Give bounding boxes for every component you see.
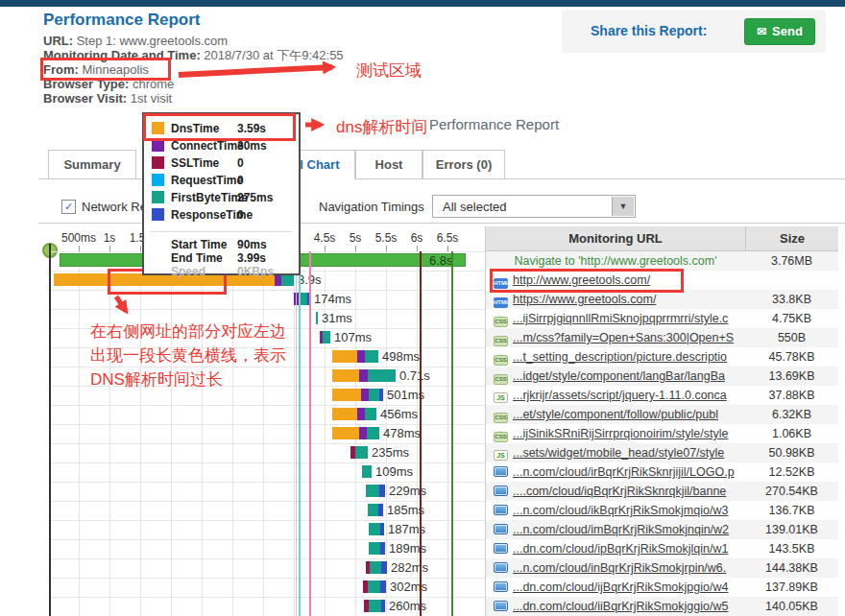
img-file-icon [494, 486, 508, 496]
dns-time-bar [332, 427, 359, 439]
response-time-bar [381, 600, 385, 612]
size-cell: 136.7KB [745, 501, 838, 520]
monitoring-url-link[interactable]: ...et/style/component/follow/public/publ [513, 408, 718, 421]
img-file-icon [494, 466, 508, 477]
url-cell: ...dn.com/cloud/iiBqrKrjRikSmokjggio/w5 [486, 597, 745, 616]
table-row: Navigate to 'http://www.greetools.com'3.… [486, 251, 838, 271]
size-cell: 143.5KB [745, 539, 838, 558]
connect-time-bar [359, 427, 367, 439]
monitoring-url-link[interactable]: ...t_setting_description/picture.descrip… [513, 350, 727, 364]
size-cell: 12.52KB [745, 462, 838, 482]
firstbyte-time-bar [367, 427, 379, 439]
monitoring-url-link[interactable]: ...sets/widget/mobile_head/style07/style [513, 446, 724, 460]
monitoring-url-link[interactable]: ...idget/style/component/langBar/langBa [513, 369, 725, 383]
tooltip-metric-name: SSLTime [171, 156, 219, 170]
url-cell: CSS...t_setting_description/picture.desc… [486, 347, 745, 367]
size-cell: 144.38KB [745, 558, 838, 578]
size-cell: 4.75KB [745, 309, 838, 328]
report-info-line: URL: Step 1: www.greetools.com [43, 34, 344, 48]
grid-line-vertical [109, 251, 110, 616]
table-header: Monitoring URL Size [486, 226, 838, 251]
annotation-explanation-line: 在右侧网址的部分对应左边 [90, 320, 286, 344]
request-time-label: 282ms [391, 558, 428, 578]
firstbyte-time-bar [365, 408, 376, 420]
size-cell: 13.69KB [745, 367, 838, 386]
monitoring-url-link[interactable]: ...rjkrijr/assets/script/jquery-1.11.0.c… [513, 389, 727, 402]
select-value: All selected [443, 200, 506, 214]
tooltip-timing-row: SSLTime0 [144, 154, 299, 172]
table-row: CSS...et/style/component/follow/public/p… [486, 405, 838, 424]
firstbyte-time-bar [368, 504, 378, 516]
connect-time-bar [357, 350, 365, 363]
tooltip-metric-value: 0KBps [237, 265, 274, 278]
monitoring-url-link[interactable]: ...dn.com/cloud/ipBqrKrjRikSmokjlqin/w1 [513, 542, 728, 556]
js-file-icon: JS [494, 392, 508, 403]
monitoring-url-link[interactable]: ...n.com/cloud/irBqrKrjRikSknrjijil/LOGO… [513, 465, 735, 479]
annotation-explanation-line: DNS解析时间过长 [90, 367, 286, 391]
firstbyte-time-bar [368, 369, 396, 382]
share-report-label: Share this Report: [591, 23, 707, 38]
table-row: JS...sets/widget/mobile_head/style07/sty… [486, 443, 838, 462]
grid-line-vertical [263, 251, 264, 616]
network-requests-checkbox[interactable]: ✓ [61, 200, 76, 214]
request-time-label: 302ms [390, 578, 427, 597]
grid-line-vertical [171, 251, 172, 616]
table-row: JS...rjkrijr/assets/script/jquery-1.11.0… [486, 386, 838, 405]
table-row: ...dn.com/cloud/ipBqrKrjRikSmokjlqin/w11… [486, 539, 838, 558]
timing-marker-pink [309, 251, 311, 616]
url-cell: ...n.com/cloud/imBqrKrjRikSmokjnqin/w2 [486, 520, 745, 539]
connect-time-bar [361, 389, 369, 401]
tab-summary[interactable]: Summary [48, 150, 136, 179]
size-cell [745, 271, 838, 290]
info-label: URL: [43, 34, 73, 48]
tooltip-metric-value: 0 [237, 156, 244, 170]
url-cell: ...n.com/cloud/inBqrKrjRikSmokjrpin/w6. [486, 558, 745, 578]
navigation-timings-select[interactable]: All selected ▼ [432, 195, 636, 218]
size-cell: 45.78KB [745, 347, 838, 367]
url-cell: ...dn.com/cloud/ipBqrKrjRikSmokjlqin/w1 [486, 539, 745, 558]
monitoring-url-link[interactable]: ....com/cloud/iqBqrKrjRikSknrqkjil/banne [513, 485, 726, 498]
table-row: CSS...m/css?family=Open+Sans:300|Open+S5… [486, 328, 838, 347]
dns-time-bar [332, 389, 361, 401]
table-row: CSS...ijSirrpjgiqnnllRmiSknojpqprrmrri/s… [486, 309, 838, 328]
monitoring-url-link[interactable]: ...n.com/cloud/ikBqrKrjRikSmokjmqio/w3 [513, 504, 728, 517]
tooltip-metric-name: Speed [171, 265, 205, 278]
report-info-line: Browser Visit: 1st visit [43, 91, 344, 106]
chevron-down-icon[interactable]: ▼ [612, 197, 634, 216]
annotation-box-dnstime [143, 113, 296, 141]
monitoring-url-link[interactable]: ...n.com/cloud/inBqrKrjRikSmokjrpin/w6. [513, 561, 726, 575]
size-cell: 137.89KB [745, 578, 838, 597]
firstbyte-time-bar [366, 485, 379, 497]
send-button[interactable]: ✉Send [744, 18, 815, 45]
monitoring-url-link[interactable]: ...m/css?family=Open+Sans:300|Open+S [513, 331, 734, 344]
annotation-test-region: 测试区域 [356, 59, 422, 82]
tooltip-timing-row: RequestTime0 [144, 172, 299, 189]
monitoring-url-link[interactable]: ...dn.com/cloud/iiBqrKrjRikSmokjggio/w5 [513, 600, 728, 613]
firstbyte-time-bar [323, 331, 330, 344]
column-header-size: Size [745, 226, 838, 251]
size-cell: 550B [745, 328, 838, 347]
firstbyte-time-bar [369, 600, 381, 612]
response-time-bar [381, 561, 387, 574]
info-value: 2018/7/30 at 下午9:42:55 [201, 48, 344, 62]
tab-errors-0[interactable]: Errors (0) [422, 150, 505, 179]
html-file-icon: HTML [494, 297, 508, 308]
monitoring-url-link[interactable]: ...n.com/cloud/imBqrKrjRikSmokjnqin/w2 [513, 523, 729, 536]
url-cell: ....com/cloud/iqBqrKrjRikSknrqkjil/banne [486, 482, 745, 501]
monitoring-url-link[interactable]: ...dn.com/cloud/ijBqrKrjRikSmokjpgio/w4 [513, 580, 728, 594]
dns-time-bar [332, 369, 359, 382]
waterfall-chart: 500ms1s1.5s2s2.5s3s3.5s4s4.5s5s5.5s6s6.5… [38, 226, 485, 616]
table-row: ...dn.com/cloud/iiBqrKrjRikSmokjggio/w51… [486, 597, 838, 616]
table-row: ...n.com/cloud/ikBqrKrjRikSmokjmqio/w313… [486, 501, 838, 520]
monitoring-url-link[interactable]: ...ijSinikSRniRijSirrprqionoirim/style/s… [513, 427, 728, 440]
firstbyte-time-bar [355, 446, 368, 459]
css-file-icon: CSS [494, 317, 508, 327]
size-cell: 37.88KB [745, 386, 838, 405]
tab-host[interactable]: Host [355, 150, 422, 179]
axis-tick-label: 6.5s [426, 231, 469, 245]
annotation-explanation: 在右侧网址的部分对应左边出现一段长黄色横线，表示DNS解析时间过长 [90, 320, 286, 391]
url-cell: CSS...m/css?family=Open+Sans:300|Open+S [486, 328, 745, 347]
monitoring-url-link[interactable]: https://www.greetools.com/ [513, 293, 656, 306]
monitoring-url-link[interactable]: ...ijSirrpjgiqnnllRmiSknojpqprrmrri/styl… [513, 312, 728, 325]
firstbyte-time-bar [316, 312, 318, 324]
